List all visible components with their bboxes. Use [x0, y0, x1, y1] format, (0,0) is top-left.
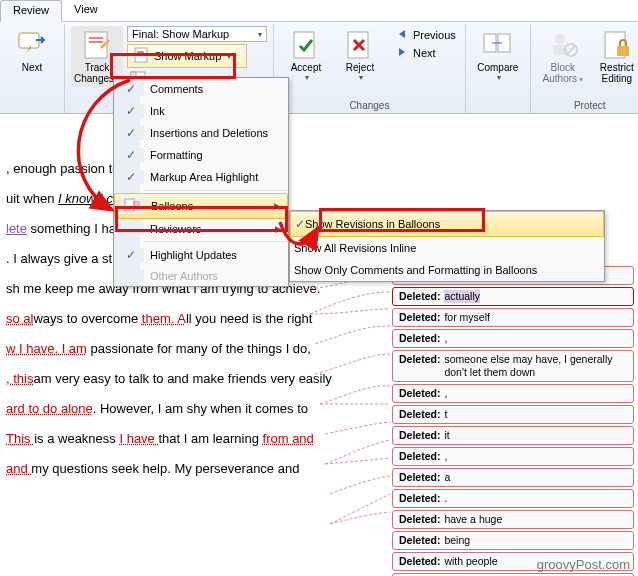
revision-balloon[interactable]: Deleted:, [392, 447, 634, 466]
balloons-column: Deleted:don'tDeleted:actuallyDeleted:for… [392, 266, 634, 576]
restrict-editing-button[interactable]: RestrictEditing [591, 26, 638, 87]
next-comment-icon [16, 28, 48, 60]
submenu-show-revisions-in-balloons[interactable]: ✓Show Revisions in Balloons [290, 211, 604, 237]
menu-highlight-updates[interactable]: ✓Highlight Updates [114, 244, 288, 266]
menu-other-authors: Other Authors [114, 266, 288, 286]
next-comment-button[interactable]: Next [6, 26, 58, 75]
revision-balloon[interactable]: Deleted:it [392, 426, 634, 445]
watermark: groovyPost.com [537, 557, 630, 572]
show-markup-menu: ✓Comments ✓Ink ✓Insertions and Deletions… [113, 77, 289, 287]
revision-balloon[interactable]: Deleted:being [392, 531, 634, 550]
next-change-button[interactable]: Next [392, 44, 459, 62]
display-for-review-dropdown[interactable]: Final: Show Markup ▾ [127, 26, 267, 42]
restrict-editing-label: RestrictEditing [600, 62, 634, 84]
menu-insertions-deletions[interactable]: ✓Insertions and Deletions [114, 122, 288, 144]
revision-balloon[interactable]: Deleted:. [392, 489, 634, 508]
menu-markup-area-highlight[interactable]: ✓Markup Area Highlight [114, 166, 288, 188]
reject-button[interactable]: Reject ▾ [334, 26, 386, 84]
tab-view[interactable]: View [62, 0, 110, 21]
revision-balloon[interactable]: Deleted:t [392, 405, 634, 424]
previous-icon [395, 27, 409, 43]
reject-icon [344, 28, 376, 60]
svg-rect-20 [134, 202, 139, 205]
accept-button[interactable]: Accept ▾ [280, 26, 332, 84]
balloons-icon [124, 198, 140, 214]
group-caption-protect: Protect [531, 100, 638, 111]
group-caption-changes: Changes [274, 100, 465, 111]
submenu-show-all-inline[interactable]: Show All Revisions Inline [290, 237, 604, 259]
revision-balloon[interactable]: Deleted:have a huge [392, 510, 634, 529]
svg-rect-19 [125, 199, 134, 211]
doc-line: , enough passion to [6, 154, 638, 184]
previous-change-button[interactable]: Previous [392, 26, 459, 44]
revision-balloon[interactable]: Deleted:for myself [392, 308, 634, 327]
tab-review[interactable]: Review [0, 0, 62, 22]
menu-formatting[interactable]: ✓Formatting [114, 144, 288, 166]
revision-balloon[interactable]: Deleted:, [392, 329, 634, 348]
balloons-submenu: ✓Show Revisions in Balloons Show All Rev… [289, 210, 605, 282]
svg-rect-18 [617, 46, 629, 56]
revision-balloon[interactable]: Deleted:a [392, 468, 634, 487]
revision-balloon[interactable]: Deleted:, [392, 384, 634, 403]
block-authors-icon [547, 28, 579, 60]
next-comment-label: Next [22, 62, 43, 73]
menu-comments[interactable]: ✓Comments [114, 78, 288, 100]
revision-balloon[interactable]: Deleted:someone else may have, I general… [392, 350, 634, 382]
svg-line-16 [567, 46, 575, 54]
track-changes-icon [81, 28, 113, 60]
compare-button[interactable]: Compare ▾ [472, 26, 524, 84]
menu-ink[interactable]: ✓Ink [114, 100, 288, 122]
accept-icon [290, 28, 322, 60]
restrict-editing-icon [601, 28, 633, 60]
block-authors-button[interactable]: BlockAuthors▾ [537, 26, 589, 87]
compare-icon [482, 28, 514, 60]
block-authors-label: BlockAuthors▾ [543, 62, 583, 85]
next-icon [395, 45, 409, 61]
svg-point-13 [555, 34, 565, 44]
show-markup-icon [134, 47, 150, 65]
menu-balloons[interactable]: Balloons▶ [114, 193, 288, 219]
submenu-show-only-comments-fmt[interactable]: Show Only Comments and Formatting in Bal… [290, 259, 604, 281]
menu-reviewers[interactable]: Reviewers▶ [114, 219, 288, 239]
svg-rect-9 [294, 32, 314, 58]
revision-balloon[interactable]: Deleted:actually [392, 287, 634, 306]
show-markup-button[interactable]: Show Markup ▾ [127, 44, 247, 68]
